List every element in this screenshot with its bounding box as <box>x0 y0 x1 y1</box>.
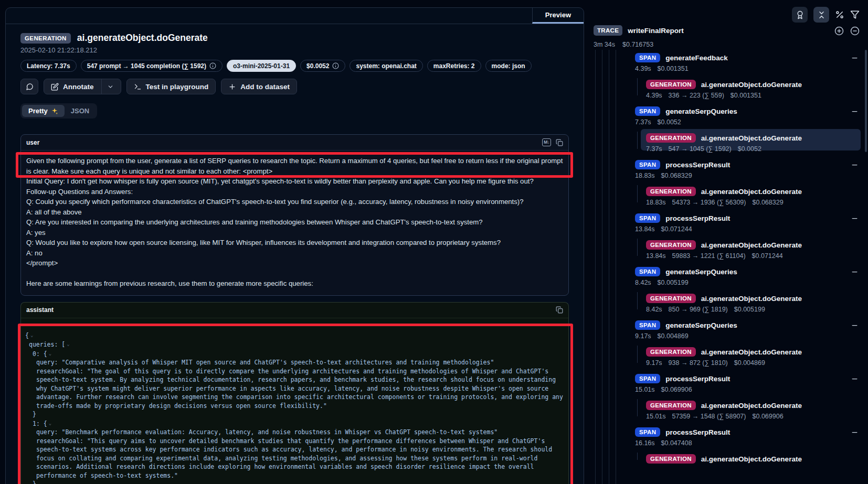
generation-tokens: 938 → 872 (∑ 1810) <box>669 359 728 367</box>
chevrons-collapse-icon <box>817 10 826 19</box>
edit-icon <box>51 83 59 91</box>
trace-span-row[interactable]: SPAN processSerpResult <box>635 373 868 384</box>
trace-cost: $0.716753 <box>622 41 653 48</box>
trace-generation-row[interactable]: GENERATION ai.generateObject.doGenerate1… <box>646 186 861 207</box>
annotate-label: Annotate <box>63 83 94 91</box>
add-to-dataset-button[interactable]: Add to dataset <box>221 79 297 94</box>
observation-detail-card: Preview GENERATION ai.generateObject.doG… <box>5 7 584 484</box>
span-meta: 13.84s$0.071244 <box>635 225 868 233</box>
span-cost: $0.047408 <box>661 439 692 447</box>
span-meta: 18.83s$0.068329 <box>635 172 868 180</box>
copy-icon[interactable] <box>556 139 563 146</box>
trace-generation-row[interactable]: GENERATION ai.generateObject.doGenerate <box>646 454 861 464</box>
test-in-playground-button[interactable]: Test in playground <box>126 79 216 94</box>
collapse-node-icon[interactable] <box>851 428 859 436</box>
generation-cost: $0.068329 <box>753 199 784 207</box>
generation-cost: $0.0052 <box>738 145 761 153</box>
collapse-node-icon[interactable] <box>851 214 859 222</box>
collapse-caret-icon[interactable]: ⌄ <box>30 332 33 338</box>
copy-icon[interactable] <box>556 306 563 314</box>
collapse-all-button[interactable] <box>813 7 829 23</box>
trace-tree-sidebar: TRACE writeFinalReport 3m 34s $0.716753 … <box>587 0 868 484</box>
trace-generation-row[interactable]: GENERATION ai.generateObject.doGenerate4… <box>646 79 861 100</box>
generation-name: ai.generateObject.doGenerate <box>701 241 802 249</box>
filter-button[interactable] <box>850 10 860 19</box>
actions-row: Annotate Test in playground Add to datas… <box>20 79 569 94</box>
json-property-line: query: "Comparative analysis of Whisper … <box>36 358 564 367</box>
span-type-badge: SPAN <box>635 374 660 383</box>
metric-pill: o3-mini-2025-01-31 <box>227 60 296 72</box>
collapse-node-icon[interactable] <box>851 54 859 62</box>
generation-duration: 13.84s <box>646 252 666 260</box>
annotate-button[interactable]: Annotate <box>44 79 121 94</box>
trace-header[interactable]: TRACE writeFinalReport <box>594 25 831 36</box>
metric-pill: system: openai.chat <box>350 60 422 72</box>
trace-generation-row[interactable]: GENERATION ai.generateObject.doGenerate1… <box>646 240 861 260</box>
tab-preview[interactable]: Preview <box>532 8 584 24</box>
collapse-caret-icon[interactable]: ⌄ <box>49 351 51 356</box>
collapse-node-icon[interactable] <box>851 321 859 329</box>
trace-generation-row[interactable]: GENERATION ai.generateObject.doGenerate8… <box>646 293 861 314</box>
trace-generation-row[interactable]: GENERATION ai.generateObject.doGenerate1… <box>646 400 861 421</box>
trace-span-row[interactable]: SPAN generateSerpQueries <box>635 266 868 277</box>
trace-span-row[interactable]: SPAN generateSerpQueries <box>635 320 868 330</box>
chevron-down-icon[interactable] <box>107 83 114 90</box>
markdown-toggle-icon[interactable]: M↓ <box>542 138 551 146</box>
generation-type-badge: GENERATION <box>646 80 696 89</box>
user-message-highlighted-text: Given the following prompt from the user… <box>26 156 563 176</box>
generation-meta: 4.39s336 → 223 (∑ 559)$0.001351 <box>646 92 861 100</box>
json-line: } <box>33 480 564 484</box>
generation-type-badge: GENERATION <box>646 401 696 410</box>
collapse-node-icon[interactable] <box>851 161 859 169</box>
span-name: generateSerpQueries <box>665 268 737 276</box>
sidebar-scrollbar[interactable] <box>865 50 867 152</box>
user-role-label: user <box>26 139 39 146</box>
collapse-tree-icon[interactable] <box>850 26 860 36</box>
generation-meta: 18.83s54373 → 1936 (∑ 56309)$0.068329 <box>646 199 861 207</box>
trace-span-row[interactable]: SPAN processSerpResult <box>635 159 868 170</box>
span-cost: $0.005199 <box>658 279 689 287</box>
generation-tokens: 547 → 1045 (∑ 1592) <box>669 145 732 153</box>
generation-meta: 13.84s59883 → 1221 (∑ 61104)$0.071244 <box>646 252 861 260</box>
trace-generation-row[interactable]: GENERATION ai.generateObject.doGenerate9… <box>646 347 861 367</box>
generation-type-badge: GENERATION <box>646 294 696 303</box>
span-meta: 4.39s$0.001351 <box>635 65 868 73</box>
toggle-metrics-button[interactable] <box>835 10 844 19</box>
trace-meta: 3m 34s $0.716753 <box>594 41 653 48</box>
collapse-caret-icon[interactable]: ⌄ <box>67 341 69 347</box>
user-message-header: user M↓ <box>21 135 568 150</box>
trace-name: writeFinalReport <box>628 27 684 35</box>
pretty-label: Pretty <box>28 107 48 115</box>
generation-cost: $0.069906 <box>753 413 784 421</box>
json-line: queries: [⌄ <box>29 340 564 349</box>
page-title: ai.generateObject.doGenerate <box>77 33 208 44</box>
span-duration: 9.17s <box>635 332 651 340</box>
json-line: 0: {⌄ <box>33 349 564 359</box>
generation-tokens: 57359 → 1548 (∑ 58907) <box>672 413 746 421</box>
info-icon[interactable] <box>209 62 216 69</box>
trace-span-row[interactable]: SPAN generateSerpQueries <box>635 106 868 116</box>
generation-meta: 7.37s547 → 1045 (∑ 1592)$0.0052 <box>646 145 861 153</box>
button-divider <box>101 79 102 94</box>
generation-type-badge: GENERATION <box>646 133 696 143</box>
collapse-node-icon[interactable] <box>851 268 859 276</box>
toggle-json[interactable]: JSON <box>65 105 96 117</box>
comment-button[interactable] <box>20 79 38 94</box>
collapse-node-icon[interactable] <box>851 107 859 115</box>
expand-all-icon[interactable] <box>834 26 844 36</box>
json-label: JSON <box>71 107 89 115</box>
generation-tokens: 59883 → 1221 (∑ 61104) <box>672 252 746 260</box>
collapse-node-icon[interactable] <box>851 375 859 383</box>
toggle-pretty[interactable]: Pretty <box>22 105 65 117</box>
generation-type-badge: GENERATION <box>646 347 696 357</box>
trace-span-row[interactable]: SPAN generateFeedback <box>635 52 868 63</box>
trace-generation-row[interactable]: GENERATION ai.generateObject.doGenerate7… <box>646 133 861 153</box>
annotation-queue-button[interactable] <box>792 7 808 23</box>
collapse-caret-icon[interactable]: ⌄ <box>49 421 51 426</box>
metrics-row: Latency: 7.37s547 prompt → 1045 completi… <box>20 60 569 72</box>
assistant-role-label: assistant <box>26 306 54 314</box>
generation-type-badge: GENERATION <box>646 454 696 464</box>
trace-span-row[interactable]: SPAN processSerpResult <box>635 213 868 223</box>
info-icon[interactable] <box>332 62 339 69</box>
trace-span-row[interactable]: SPAN processSerpResult <box>635 427 868 437</box>
